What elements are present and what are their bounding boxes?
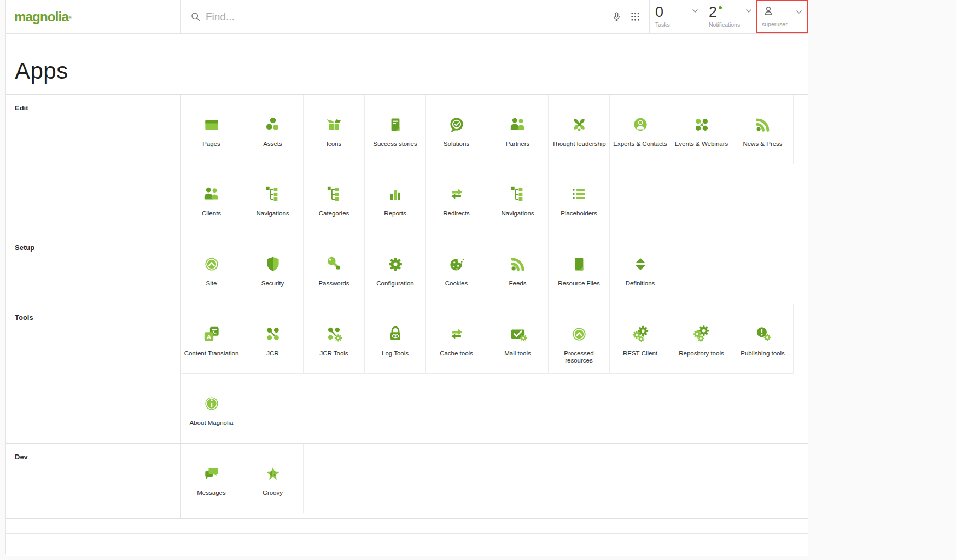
box-icon [324, 114, 345, 135]
rss-icon [753, 114, 773, 135]
app-tile-label: Log Tools [365, 350, 425, 357]
translate-icon: A [201, 324, 222, 345]
app-tile-label: Repository tools [671, 350, 732, 357]
tasks-count: 0 [655, 4, 697, 20]
app-tile-site[interactable]: Site [181, 234, 242, 304]
app-tile-publishing-tools[interactable]: Publishing tools [732, 304, 794, 374]
empty-section-strip [6, 519, 808, 534]
solutions-icon [446, 114, 467, 135]
app-tile-label: Reports [365, 210, 425, 217]
app-tile-placeholders[interactable]: Placeholders [549, 164, 610, 234]
app-tile-events-webinars[interactable]: Events & Webinars [671, 95, 732, 164]
app-tile-success-stories[interactable]: Success stories [365, 95, 426, 164]
cookie-icon [446, 254, 467, 275]
app-tile-security[interactable]: Security [242, 234, 304, 304]
logo: magnolia® [6, 0, 181, 33]
app-tile-processed-resources[interactable]: Processed resources [549, 304, 610, 374]
app-tile-label: Events & Webinars [671, 141, 732, 148]
app-tile-thought-leadership[interactable]: Thought leadership [549, 95, 610, 164]
app-tile-label: Site [181, 280, 242, 287]
app-tile-about-magnolia[interactable]: About Magnolia [181, 374, 242, 443]
app-tile-label: Solutions [426, 141, 487, 148]
arrows-icon [446, 324, 467, 345]
shield-icon [263, 254, 283, 275]
microphone-icon[interactable] [611, 11, 622, 23]
circle-chevron-icon [201, 254, 222, 275]
app-tile-label: Cache tools [426, 350, 487, 357]
app-tile-mail-tools[interactable]: Mail tools [487, 304, 549, 374]
app-tile-clients[interactable]: Clients [181, 164, 242, 234]
section-label-col: Tools [6, 304, 181, 443]
app-tile-solutions[interactable]: Solutions [426, 95, 487, 164]
app-tile-content-translation[interactable]: AContent Translation [181, 304, 242, 374]
app-tile-label: Redirects [426, 210, 487, 217]
app-tile-assets[interactable]: Assets [242, 95, 304, 164]
notifications-label: Notifications [709, 21, 751, 28]
file-icon [569, 254, 590, 275]
app-tile-categories[interactable]: Categories [304, 164, 365, 234]
app-tile-label: Messages [181, 489, 242, 497]
app-tile-label: Definitions [610, 280, 671, 287]
app-tile-groovy[interactable]: GGroovy [242, 444, 304, 513]
app-tile-reports[interactable]: Reports [365, 164, 426, 234]
section-label: Setup [15, 243, 180, 252]
app-tile-navigations[interactable]: Navigations [242, 164, 304, 234]
app-tile-rest-client[interactable]: REST Client [610, 304, 671, 374]
events-webinars-icon [691, 114, 712, 135]
app-tile-cache-tools[interactable]: Cache tools [426, 304, 487, 374]
section-label: Edit [15, 104, 180, 112]
assets-icon [263, 114, 283, 135]
partners-icon [508, 114, 528, 135]
mail-gear-icon [508, 324, 528, 345]
gears2-icon [691, 324, 712, 345]
title-block: Apps [6, 34, 808, 95]
arrows-icon [446, 184, 467, 205]
app-tile-label: Resource Files [549, 280, 609, 287]
user-name: superuser [762, 21, 802, 27]
chat-icon [201, 463, 222, 484]
header: magnolia® 0 Tasks 2 [6, 0, 808, 34]
tile-row: MessagesGGroovy [181, 444, 808, 513]
app-tile-messages[interactable]: Messages [181, 444, 242, 513]
app-tile-redirects[interactable]: Redirects [426, 164, 487, 234]
list-icon [569, 184, 590, 205]
app-tile-jcr-tools[interactable]: JCR Tools [304, 304, 365, 374]
app-tile-label: Passwords [304, 280, 364, 287]
app-tile-log-tools[interactable]: Log Tools [365, 304, 426, 374]
app-tile-repository-tools[interactable]: Repository tools [671, 304, 732, 374]
app-tile-label: Experts & Contacts [610, 141, 671, 148]
tasks-panel[interactable]: 0 Tasks [649, 0, 703, 33]
rss-icon [508, 254, 528, 275]
app-tile-pages[interactable]: Pages [181, 95, 242, 164]
user-panel[interactable]: superuser [756, 0, 808, 33]
app-tile-cookies[interactable]: Cookies [426, 234, 487, 304]
app-tile-partners[interactable]: Partners [487, 95, 549, 164]
app-tile-label: Configuration [365, 280, 425, 287]
app-tile-icons[interactable]: Icons [304, 95, 365, 164]
apps-grid-icon[interactable] [630, 11, 640, 22]
chevron-down-icon [796, 7, 802, 16]
bar-chart-icon [385, 184, 406, 205]
tree-icon [508, 184, 528, 205]
section-label: Dev [15, 453, 180, 461]
app-tile-jcr[interactable]: JCR [242, 304, 304, 374]
triangles-icon [630, 254, 651, 275]
chevron-down-icon [745, 5, 752, 15]
app-tile-feeds[interactable]: Feeds [487, 234, 549, 304]
app-tile-label: Publishing tools [732, 350, 793, 357]
app-tile-label: Mail tools [487, 350, 548, 357]
app-tile-passwords[interactable]: Passwords [304, 234, 365, 304]
app-tile-definitions[interactable]: Definitions [610, 234, 671, 304]
app-sections: EditPagesAssetsIconsSuccess storiesSolut… [6, 95, 808, 519]
groovy-icon: G [263, 463, 283, 484]
app-tile-experts-contacts[interactable]: Experts & Contacts [610, 95, 671, 164]
app-tile-configuration[interactable]: Configuration [365, 234, 426, 304]
app-tile-label: JCR Tools [304, 350, 364, 357]
tile-row: SiteSecurityPasswordsConfigurationCookie… [181, 234, 808, 304]
search-input[interactable] [206, 11, 611, 23]
app-tile-label: Clients [181, 210, 242, 217]
app-tile-news-press[interactable]: News & Press [732, 95, 794, 164]
app-tile-resource-files[interactable]: Resource Files [549, 234, 610, 304]
app-tile-navigations[interactable]: Navigations [487, 164, 549, 234]
notifications-panel[interactable]: 2 Notifications [703, 0, 756, 33]
